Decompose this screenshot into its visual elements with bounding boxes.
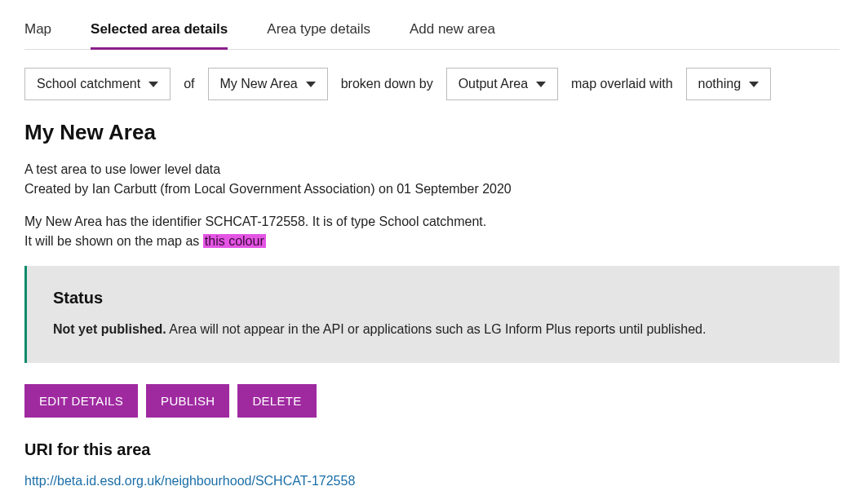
filter-row: School catchment of My New Area broken d…	[24, 68, 840, 100]
page-title: My New Area	[24, 120, 840, 145]
tab-area-type-details[interactable]: Area type details	[267, 16, 370, 49]
chevron-down-icon	[536, 82, 546, 87]
colour-prefix: It will be shown on the map as	[24, 234, 203, 248]
chevron-down-icon	[749, 82, 759, 87]
tab-selected-area-details[interactable]: Selected area details	[91, 16, 228, 49]
area-description-block: A test area to use lower level data Crea…	[24, 160, 840, 199]
tab-map[interactable]: Map	[24, 16, 51, 49]
uri-link[interactable]: http://beta.id.esd.org.uk/neighbourhood/…	[24, 474, 355, 488]
tab-bar: Map Selected area details Area type deta…	[24, 16, 840, 50]
action-row: EDIT DETAILS PUBLISH DELETE	[24, 384, 840, 418]
chevron-down-icon	[148, 82, 158, 87]
area-colour-line: It will be shown on the map as this colo…	[24, 232, 840, 251]
delete-button[interactable]: DELETE	[237, 384, 316, 418]
area-identifier-line: My New Area has the identifier SCHCAT-17…	[24, 212, 840, 232]
status-rest: Area will not appear in the API or appli…	[166, 322, 707, 336]
area-dropdown[interactable]: My New Area	[208, 68, 328, 100]
uri-heading: URI for this area	[24, 440, 840, 459]
colour-swatch: this colour	[203, 234, 266, 248]
area-created-by: Created by Ian Carbutt (from Local Gover…	[24, 179, 840, 199]
overlay-dropdown[interactable]: nothing	[686, 68, 772, 100]
catchment-dropdown[interactable]: School catchment	[24, 68, 171, 100]
area-dropdown-label: My New Area	[220, 77, 298, 91]
status-heading: Status	[53, 289, 813, 307]
edit-details-button[interactable]: EDIT DETAILS	[24, 384, 138, 418]
overlaid-label: map overlaid with	[571, 77, 673, 91]
area-identifier-block: My New Area has the identifier SCHCAT-17…	[24, 212, 840, 251]
breakdown-dropdown-label: Output Area	[459, 77, 528, 91]
overlay-dropdown-label: nothing	[698, 77, 742, 91]
chevron-down-icon	[306, 82, 316, 87]
status-text: Not yet published. Area will not appear …	[53, 322, 813, 337]
publish-button[interactable]: PUBLISH	[146, 384, 229, 418]
tab-add-new-area[interactable]: Add new area	[410, 16, 495, 49]
broken-down-label: broken down by	[341, 77, 433, 91]
breakdown-dropdown[interactable]: Output Area	[446, 68, 558, 100]
status-bold: Not yet published.	[53, 322, 166, 336]
status-box: Status Not yet published. Area will not …	[24, 266, 840, 363]
area-description: A test area to use lower level data	[24, 160, 840, 179]
of-label: of	[184, 77, 194, 91]
catchment-dropdown-label: School catchment	[37, 77, 140, 91]
